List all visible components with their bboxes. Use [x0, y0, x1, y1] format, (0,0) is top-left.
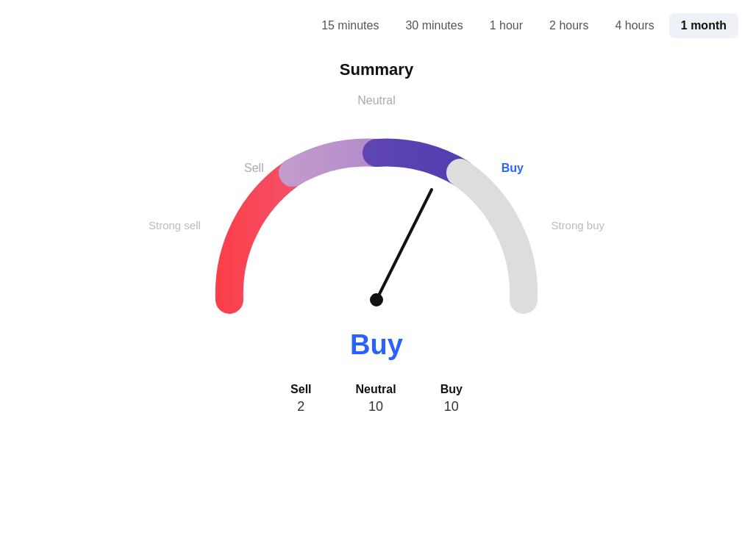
time-tabs-bar: 15 minutes30 minutes1 hour2 hours4 hours… — [0, 0, 753, 46]
time-tab-1month[interactable]: 1 month — [669, 13, 738, 38]
stats-row: Sell2Neutral10Buy10 — [290, 383, 463, 414]
stat-value: 2 — [297, 399, 304, 414]
stat-item-buy: Buy10 — [440, 383, 463, 414]
time-tab-15min[interactable]: 15 minutes — [310, 13, 390, 38]
summary-title: Summary — [340, 60, 413, 79]
gauge-svg — [171, 109, 582, 329]
stat-label: Sell — [290, 383, 311, 396]
stat-item-sell: Sell2 — [290, 383, 311, 414]
svg-point-1 — [370, 293, 383, 306]
time-tab-4hours[interactable]: 4 hours — [603, 13, 665, 38]
time-tab-1hour[interactable]: 1 hour — [478, 13, 535, 38]
signal-label: Buy — [350, 329, 403, 361]
gauge-section: Summary Neutral Sell Buy Strong sell Str… — [0, 60, 753, 414]
label-neutral: Neutral — [357, 94, 396, 107]
stat-item-neutral: Neutral10 — [356, 383, 396, 414]
gauge-wrapper: Neutral Sell Buy Strong sell Strong buy — [171, 101, 582, 322]
stat-value: 10 — [368, 399, 383, 414]
stat-label: Neutral — [356, 383, 396, 396]
stat-value: 10 — [444, 399, 459, 414]
stat-label: Buy — [440, 383, 463, 396]
svg-line-0 — [376, 190, 432, 300]
time-tab-30min[interactable]: 30 minutes — [393, 13, 474, 38]
time-tab-2hours[interactable]: 2 hours — [538, 13, 600, 38]
